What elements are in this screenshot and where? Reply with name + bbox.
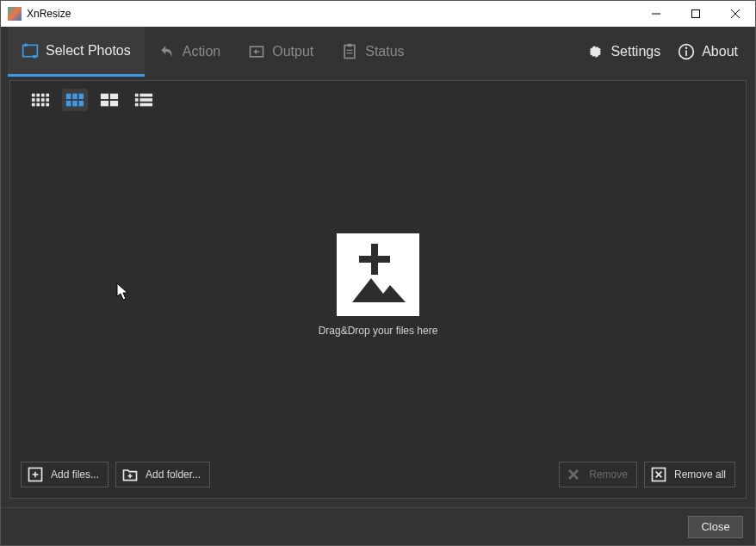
tab-label: Action — [183, 44, 220, 59]
app-body: Select Photos Action Output Status Setti… — [1, 27, 755, 545]
photo-icon — [22, 42, 39, 59]
add-folder-label: Add folder... — [146, 468, 201, 481]
svg-rect-15 — [32, 94, 35, 97]
svg-rect-22 — [46, 98, 49, 102]
svg-rect-29 — [79, 94, 84, 99]
tab-action[interactable]: Action — [145, 27, 234, 77]
add-folder-icon — [121, 466, 139, 483]
remove-icon — [565, 466, 582, 483]
clipboard-icon — [341, 43, 358, 60]
svg-rect-31 — [72, 101, 77, 106]
output-icon — [248, 43, 265, 60]
svg-rect-1 — [692, 10, 700, 18]
undo-icon — [158, 43, 176, 60]
close-button[interactable]: Close — [688, 516, 743, 538]
svg-rect-28 — [72, 94, 77, 99]
svg-rect-18 — [46, 94, 49, 97]
svg-rect-35 — [101, 101, 108, 106]
view-toolbar — [10, 81, 746, 119]
svg-rect-41 — [135, 103, 139, 107]
svg-rect-32 — [79, 101, 84, 106]
svg-rect-36 — [110, 101, 118, 106]
svg-rect-17 — [41, 94, 45, 97]
drop-label: Drag&Drop your files here — [319, 325, 438, 337]
window-controls — [636, 1, 755, 27]
large-grid-icon — [100, 92, 119, 108]
add-files-button[interactable]: Add files... — [21, 462, 108, 487]
minimize-icon — [652, 9, 660, 18]
svg-rect-9 — [348, 44, 352, 47]
view-large-grid-button[interactable] — [96, 89, 122, 111]
svg-rect-26 — [46, 103, 49, 107]
maximize-button[interactable] — [676, 1, 716, 27]
svg-rect-27 — [66, 94, 71, 99]
svg-rect-39 — [135, 98, 139, 102]
svg-rect-21 — [41, 98, 45, 102]
list-icon — [134, 92, 153, 108]
svg-rect-42 — [139, 103, 152, 107]
settings-button[interactable]: Settings — [586, 43, 660, 60]
close-window-button[interactable] — [716, 1, 755, 27]
app-window: XnResize Select Photos Action — [0, 0, 756, 546]
svg-rect-4 — [23, 45, 38, 56]
bottom-bar: Close — [1, 507, 755, 545]
svg-rect-23 — [32, 103, 35, 107]
minimize-button[interactable] — [636, 1, 676, 27]
view-medium-grid-button[interactable] — [62, 89, 88, 111]
add-file-icon — [27, 466, 44, 483]
drop-icon — [337, 233, 419, 316]
drop-area[interactable]: Drag&Drop your files here — [10, 119, 746, 451]
footer-toolbar: Add files... Add folder... Remove Remove… — [10, 451, 746, 498]
svg-rect-14 — [685, 50, 687, 56]
add-files-label: Add files... — [51, 468, 99, 481]
gear-icon — [586, 43, 604, 60]
svg-rect-33 — [101, 94, 108, 99]
svg-rect-37 — [135, 94, 139, 97]
about-label: About — [702, 44, 738, 59]
tab-output[interactable]: Output — [234, 27, 327, 77]
app-icon — [8, 7, 22, 21]
close-icon — [731, 9, 740, 18]
tab-select-photos[interactable]: Select Photos — [8, 27, 145, 77]
remove-button: Remove — [559, 462, 637, 487]
medium-grid-icon — [65, 92, 84, 108]
view-list-button[interactable] — [131, 89, 157, 111]
content-panel: Drag&Drop your files here Add files... A… — [9, 80, 747, 499]
svg-point-13 — [685, 47, 688, 50]
tabbar: Select Photos Action Output Status Setti… — [1, 27, 755, 77]
tab-label: Status — [365, 44, 404, 59]
topright-actions: Settings About — [586, 27, 748, 77]
add-folder-button[interactable]: Add folder... — [115, 462, 210, 487]
window-title: XnResize — [27, 8, 636, 20]
maximize-icon — [691, 9, 700, 18]
svg-rect-38 — [139, 94, 152, 97]
remove-all-icon — [650, 466, 667, 483]
svg-rect-6 — [33, 55, 35, 58]
svg-rect-40 — [139, 98, 152, 102]
info-icon — [678, 43, 695, 60]
svg-rect-34 — [110, 94, 118, 99]
tab-label: Output — [272, 44, 313, 59]
svg-rect-19 — [32, 98, 35, 102]
add-photo-icon — [337, 233, 419, 316]
remove-all-button[interactable]: Remove all — [644, 462, 735, 487]
svg-rect-5 — [24, 43, 27, 46]
settings-label: Settings — [610, 44, 660, 59]
tab-status[interactable]: Status — [327, 27, 418, 77]
titlebar: XnResize — [1, 1, 755, 27]
view-small-grid-button[interactable] — [28, 89, 53, 111]
about-button[interactable]: About — [678, 43, 738, 60]
remove-label: Remove — [589, 468, 628, 481]
svg-rect-30 — [66, 101, 71, 106]
svg-rect-24 — [36, 103, 40, 107]
remove-all-label: Remove all — [674, 468, 726, 481]
svg-rect-8 — [344, 46, 355, 59]
svg-rect-16 — [36, 94, 40, 97]
svg-rect-20 — [36, 98, 40, 102]
tab-label: Select Photos — [46, 43, 131, 59]
close-label: Close — [701, 520, 729, 533]
svg-rect-45 — [359, 256, 390, 263]
svg-rect-25 — [41, 103, 45, 107]
small-grid-icon — [31, 92, 50, 108]
